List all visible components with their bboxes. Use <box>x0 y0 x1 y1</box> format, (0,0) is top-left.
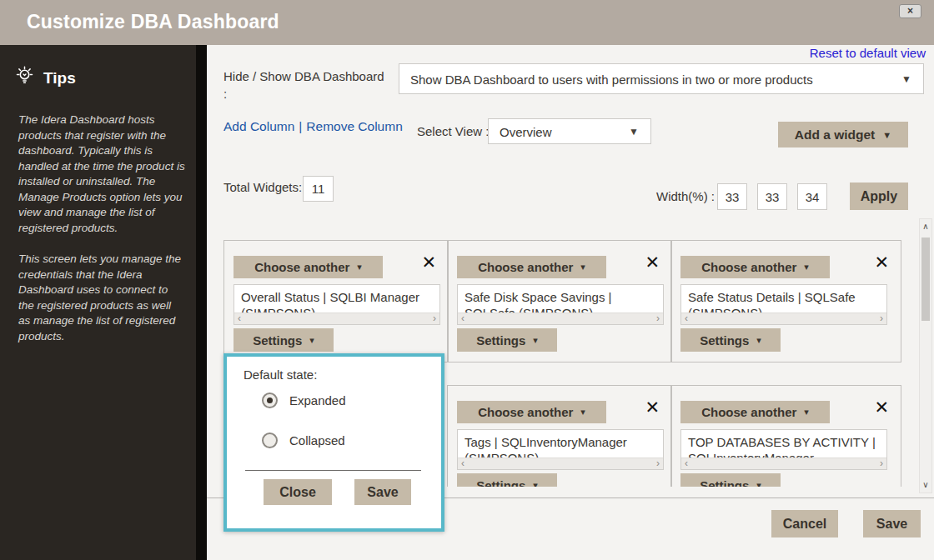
widget-name-box[interactable]: TOP DATABASES BY ACTIVITY | SQLInventory… <box>680 429 887 470</box>
width-input-3[interactable] <box>797 183 827 210</box>
scroll-down-icon[interactable]: ∨ <box>920 480 931 489</box>
radio-label: Collapsed <box>289 433 345 448</box>
default-state-label: Default state: <box>244 368 317 382</box>
remove-widget-icon[interactable]: ✕ <box>421 253 436 272</box>
chevron-down-icon: ▾ <box>580 262 585 272</box>
width-percent-label: Width(%) : <box>656 189 715 203</box>
widget-name-box[interactable]: Overall Status | SQLBI Manager (SIMPSONS… <box>234 284 440 325</box>
choose-another-button[interactable]: Choose another ▾ <box>680 401 830 423</box>
select-view-label: Select View : <box>417 124 489 138</box>
width-input-2[interactable] <box>757 183 787 210</box>
settings-button[interactable]: Settings ▾ <box>680 328 781 352</box>
choose-another-label: Choose another <box>701 260 796 274</box>
scroll-left-icon[interactable]: ‹ <box>685 458 688 469</box>
reset-to-default-link[interactable]: Reset to default view <box>810 46 926 60</box>
settings-button[interactable]: Settings ▾ <box>457 473 557 487</box>
remove-widget-icon[interactable]: ✕ <box>874 253 889 272</box>
save-button[interactable]: Save <box>863 510 921 538</box>
dropdown-arrow-icon: ▼ <box>629 126 639 138</box>
chevron-down-icon: ▾ <box>804 262 809 272</box>
column-links: Add Column|Remove Column <box>223 119 403 134</box>
scroll-left-icon[interactable]: ‹ <box>685 312 688 324</box>
lightbulb-icon <box>13 65 36 91</box>
horizontal-scrollbar[interactable]: ‹ › <box>681 312 886 324</box>
close-icon: × <box>907 5 913 17</box>
remove-widget-icon[interactable]: ✕ <box>874 398 889 417</box>
choose-another-button[interactable]: Choose another ▾ <box>234 256 383 278</box>
tips-paragraph-1: The Idera Dashboard hosts products that … <box>18 112 186 236</box>
widget-name: Overall Status | SQLBI Manager (SIMPSONS… <box>234 285 439 312</box>
cancel-button[interactable]: Cancel <box>771 510 838 538</box>
choose-another-label: Choose another <box>478 260 573 274</box>
add-column-link[interactable]: Add Column <box>223 119 294 133</box>
widget-name-box[interactable]: Safe Disk Space Savings | SQLSafe (SIMPS… <box>457 284 664 325</box>
width-input-1[interactable] <box>717 183 747 210</box>
horizontal-scrollbar[interactable]: ‹ › <box>234 312 439 324</box>
settings-label: Settings <box>253 333 302 348</box>
apply-button[interactable]: Apply <box>850 182 908 210</box>
horizontal-scrollbar[interactable]: ‹ › <box>681 458 886 469</box>
choose-another-button[interactable]: Choose another ▾ <box>457 256 606 278</box>
select-view-value: Overview <box>500 124 552 138</box>
radio-option-expanded[interactable]: Expanded <box>262 392 346 408</box>
radio-button-unselected[interactable] <box>262 432 278 448</box>
settings-button[interactable]: Settings ▾ <box>680 473 781 487</box>
hide-show-label: Hide / Show DBA Dashboard : <box>223 68 399 102</box>
settings-label: Settings <box>700 333 749 348</box>
radio-button-selected[interactable] <box>262 392 278 408</box>
widget-settings-popup: Default state: Expanded Collapsed Close … <box>223 353 444 532</box>
scroll-right-icon[interactable]: › <box>880 458 883 469</box>
popup-close-button[interactable]: Close <box>264 479 332 505</box>
widget-cell-3: Choose another ▾ ✕ Safe Status Details |… <box>670 240 901 362</box>
popup-divider <box>245 470 421 471</box>
scroll-right-icon[interactable]: › <box>656 458 660 469</box>
settings-button[interactable]: Settings ▾ <box>234 328 334 352</box>
hide-show-label-text: Hide / Show DBA Dashboard <box>223 68 399 85</box>
horizontal-scrollbar[interactable]: ‹ › <box>458 312 663 324</box>
dialog-title: Customize DBA Dashboard <box>27 11 279 33</box>
scroll-left-icon[interactable]: ‹ <box>461 312 464 324</box>
tips-paragraph-2: This screen lets you manage the credenti… <box>18 252 186 344</box>
choose-another-label: Choose another <box>701 405 796 419</box>
widget-cell-1: Choose another ▾ ✕ Overall Status | SQLB… <box>223 240 449 362</box>
widget-cell-4: Choose another ▾ ✕ Tags | SQLInventoryMa… <box>447 385 672 487</box>
widget-name-box[interactable]: Safe Status Details | SQLSafe (SIMPSONS)… <box>680 284 887 325</box>
tips-title: Tips <box>43 69 76 88</box>
tips-sidebar: Tips The Idera Dashboard hosts products … <box>0 45 207 560</box>
remove-widget-icon[interactable]: ✕ <box>645 398 660 417</box>
scroll-right-icon[interactable]: › <box>880 312 883 324</box>
scroll-right-icon[interactable]: › <box>656 312 660 324</box>
widget-name: Safe Status Details | SQLSafe (SIMPSONS) <box>681 285 886 312</box>
choose-another-label: Choose another <box>254 260 349 274</box>
choose-another-button[interactable]: Choose another ▾ <box>457 401 606 423</box>
add-widget-button[interactable]: Add a widget ▼ <box>778 122 908 148</box>
dialog-close-button[interactable]: × <box>899 4 921 18</box>
chevron-down-icon: ▾ <box>756 335 761 346</box>
dropdown-arrow-icon: ▼ <box>901 73 911 85</box>
chevron-down-icon: ▾ <box>580 407 585 418</box>
widget-name-box[interactable]: Tags | SQLInventoryManager (SIMPSONS) ‹ … <box>457 429 664 470</box>
choose-another-button[interactable]: Choose another ▾ <box>680 256 830 278</box>
select-view-dropdown[interactable]: Overview ▼ <box>488 118 651 144</box>
widget-name: TOP DATABASES BY ACTIVITY | SQLInventory… <box>681 430 886 458</box>
popup-save-button[interactable]: Save <box>354 479 411 505</box>
total-widgets-input[interactable] <box>303 176 334 202</box>
settings-label: Settings <box>476 478 525 488</box>
remove-widget-icon[interactable]: ✕ <box>645 253 660 272</box>
radio-option-collapsed[interactable]: Collapsed <box>262 432 345 448</box>
scroll-right-icon[interactable]: › <box>433 312 436 324</box>
scroll-up-icon[interactable]: ∧ <box>920 222 931 231</box>
scrollbar-thumb[interactable] <box>921 238 930 321</box>
hide-show-dropdown[interactable]: Show DBA Dashboard to users with permiss… <box>399 63 924 94</box>
settings-button[interactable]: Settings ▾ <box>457 328 557 352</box>
horizontal-scrollbar[interactable]: ‹ › <box>458 458 663 469</box>
radio-label: Expanded <box>289 393 346 408</box>
widget-name: Safe Disk Space Savings | SQLSafe (SIMPS… <box>458 285 663 312</box>
dialog-titlebar: Customize DBA Dashboard <box>0 0 934 45</box>
scroll-left-icon[interactable]: ‹ <box>461 458 464 469</box>
scroll-left-icon[interactable]: ‹ <box>238 312 241 324</box>
remove-column-link[interactable]: Remove Column <box>306 119 402 133</box>
vertical-scrollbar[interactable]: ∧ ∨ <box>919 218 932 493</box>
chevron-down-icon: ▾ <box>309 335 314 346</box>
chevron-down-icon: ▾ <box>756 480 761 488</box>
